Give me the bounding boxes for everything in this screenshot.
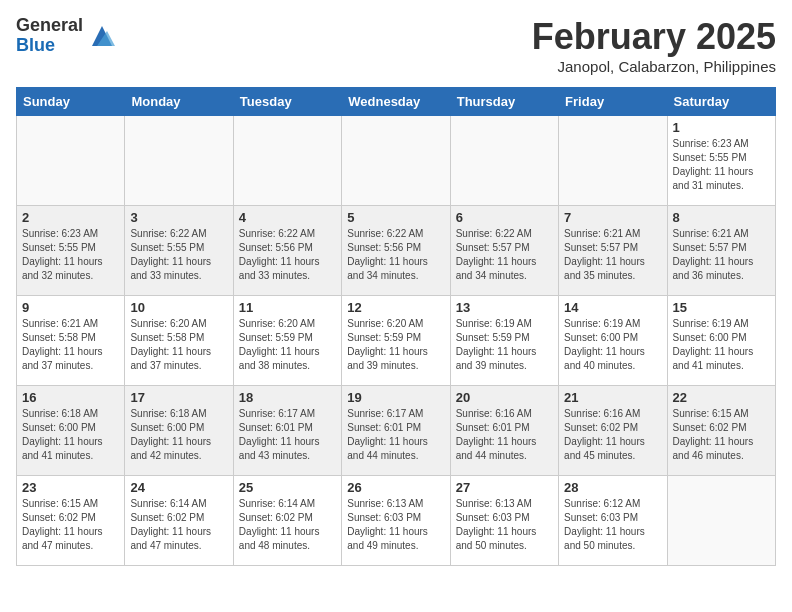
calendar-cell: 9Sunrise: 6:21 AM Sunset: 5:58 PM Daylig… <box>17 296 125 386</box>
calendar-cell: 26Sunrise: 6:13 AM Sunset: 6:03 PM Dayli… <box>342 476 450 566</box>
weekday-header-monday: Monday <box>125 88 233 116</box>
calendar-cell: 14Sunrise: 6:19 AM Sunset: 6:00 PM Dayli… <box>559 296 667 386</box>
calendar-cell: 2Sunrise: 6:23 AM Sunset: 5:55 PM Daylig… <box>17 206 125 296</box>
calendar-header-row: SundayMondayTuesdayWednesdayThursdayFrid… <box>17 88 776 116</box>
day-info: Sunrise: 6:17 AM Sunset: 6:01 PM Dayligh… <box>239 407 336 463</box>
calendar-cell: 13Sunrise: 6:19 AM Sunset: 5:59 PM Dayli… <box>450 296 558 386</box>
calendar-cell <box>233 116 341 206</box>
calendar-week-2: 2Sunrise: 6:23 AM Sunset: 5:55 PM Daylig… <box>17 206 776 296</box>
calendar-cell: 11Sunrise: 6:20 AM Sunset: 5:59 PM Dayli… <box>233 296 341 386</box>
day-info: Sunrise: 6:23 AM Sunset: 5:55 PM Dayligh… <box>673 137 770 193</box>
calendar-cell: 1Sunrise: 6:23 AM Sunset: 5:55 PM Daylig… <box>667 116 775 206</box>
calendar-cell <box>667 476 775 566</box>
calendar-cell: 6Sunrise: 6:22 AM Sunset: 5:57 PM Daylig… <box>450 206 558 296</box>
day-number: 9 <box>22 300 119 315</box>
day-number: 14 <box>564 300 661 315</box>
day-info: Sunrise: 6:16 AM Sunset: 6:01 PM Dayligh… <box>456 407 553 463</box>
day-info: Sunrise: 6:23 AM Sunset: 5:55 PM Dayligh… <box>22 227 119 283</box>
day-number: 10 <box>130 300 227 315</box>
weekday-header-wednesday: Wednesday <box>342 88 450 116</box>
weekday-header-sunday: Sunday <box>17 88 125 116</box>
day-info: Sunrise: 6:21 AM Sunset: 5:57 PM Dayligh… <box>673 227 770 283</box>
day-number: 26 <box>347 480 444 495</box>
calendar-cell <box>450 116 558 206</box>
logo-icon <box>87 21 117 51</box>
day-info: Sunrise: 6:19 AM Sunset: 5:59 PM Dayligh… <box>456 317 553 373</box>
day-number: 21 <box>564 390 661 405</box>
calendar-week-1: 1Sunrise: 6:23 AM Sunset: 5:55 PM Daylig… <box>17 116 776 206</box>
calendar-cell: 10Sunrise: 6:20 AM Sunset: 5:58 PM Dayli… <box>125 296 233 386</box>
logo: General Blue <box>16 16 117 56</box>
calendar-cell <box>125 116 233 206</box>
calendar-cell: 16Sunrise: 6:18 AM Sunset: 6:00 PM Dayli… <box>17 386 125 476</box>
calendar-cell: 19Sunrise: 6:17 AM Sunset: 6:01 PM Dayli… <box>342 386 450 476</box>
day-info: Sunrise: 6:12 AM Sunset: 6:03 PM Dayligh… <box>564 497 661 553</box>
day-info: Sunrise: 6:19 AM Sunset: 6:00 PM Dayligh… <box>564 317 661 373</box>
calendar-cell: 20Sunrise: 6:16 AM Sunset: 6:01 PM Dayli… <box>450 386 558 476</box>
day-number: 17 <box>130 390 227 405</box>
calendar-cell <box>559 116 667 206</box>
day-info: Sunrise: 6:17 AM Sunset: 6:01 PM Dayligh… <box>347 407 444 463</box>
day-number: 22 <box>673 390 770 405</box>
day-info: Sunrise: 6:16 AM Sunset: 6:02 PM Dayligh… <box>564 407 661 463</box>
day-number: 3 <box>130 210 227 225</box>
calendar-cell: 27Sunrise: 6:13 AM Sunset: 6:03 PM Dayli… <box>450 476 558 566</box>
location-text: Janopol, Calabarzon, Philippines <box>532 58 776 75</box>
day-info: Sunrise: 6:14 AM Sunset: 6:02 PM Dayligh… <box>239 497 336 553</box>
calendar-cell: 5Sunrise: 6:22 AM Sunset: 5:56 PM Daylig… <box>342 206 450 296</box>
logo-blue-text: Blue <box>16 36 83 56</box>
day-number: 24 <box>130 480 227 495</box>
calendar-cell: 28Sunrise: 6:12 AM Sunset: 6:03 PM Dayli… <box>559 476 667 566</box>
day-number: 16 <box>22 390 119 405</box>
day-info: Sunrise: 6:22 AM Sunset: 5:56 PM Dayligh… <box>347 227 444 283</box>
weekday-header-thursday: Thursday <box>450 88 558 116</box>
day-number: 28 <box>564 480 661 495</box>
weekday-header-tuesday: Tuesday <box>233 88 341 116</box>
day-info: Sunrise: 6:21 AM Sunset: 5:58 PM Dayligh… <box>22 317 119 373</box>
day-number: 13 <box>456 300 553 315</box>
logo-general-text: General <box>16 16 83 36</box>
weekday-header-saturday: Saturday <box>667 88 775 116</box>
day-number: 4 <box>239 210 336 225</box>
calendar-cell: 18Sunrise: 6:17 AM Sunset: 6:01 PM Dayli… <box>233 386 341 476</box>
calendar-cell: 23Sunrise: 6:15 AM Sunset: 6:02 PM Dayli… <box>17 476 125 566</box>
calendar-cell: 24Sunrise: 6:14 AM Sunset: 6:02 PM Dayli… <box>125 476 233 566</box>
day-number: 19 <box>347 390 444 405</box>
calendar-cell: 22Sunrise: 6:15 AM Sunset: 6:02 PM Dayli… <box>667 386 775 476</box>
day-number: 12 <box>347 300 444 315</box>
day-number: 27 <box>456 480 553 495</box>
day-number: 18 <box>239 390 336 405</box>
day-info: Sunrise: 6:18 AM Sunset: 6:00 PM Dayligh… <box>22 407 119 463</box>
day-number: 6 <box>456 210 553 225</box>
calendar-cell: 12Sunrise: 6:20 AM Sunset: 5:59 PM Dayli… <box>342 296 450 386</box>
calendar-cell: 7Sunrise: 6:21 AM Sunset: 5:57 PM Daylig… <box>559 206 667 296</box>
calendar-cell: 3Sunrise: 6:22 AM Sunset: 5:55 PM Daylig… <box>125 206 233 296</box>
calendar-week-4: 16Sunrise: 6:18 AM Sunset: 6:00 PM Dayli… <box>17 386 776 476</box>
day-number: 2 <box>22 210 119 225</box>
day-info: Sunrise: 6:15 AM Sunset: 6:02 PM Dayligh… <box>673 407 770 463</box>
day-info: Sunrise: 6:13 AM Sunset: 6:03 PM Dayligh… <box>456 497 553 553</box>
calendar-table: SundayMondayTuesdayWednesdayThursdayFrid… <box>16 87 776 566</box>
calendar-cell: 17Sunrise: 6:18 AM Sunset: 6:00 PM Dayli… <box>125 386 233 476</box>
day-number: 1 <box>673 120 770 135</box>
page-header: General Blue February 2025 Janopol, Cala… <box>16 16 776 75</box>
day-info: Sunrise: 6:22 AM Sunset: 5:55 PM Dayligh… <box>130 227 227 283</box>
day-info: Sunrise: 6:15 AM Sunset: 6:02 PM Dayligh… <box>22 497 119 553</box>
month-title: February 2025 <box>532 16 776 58</box>
calendar-cell <box>342 116 450 206</box>
day-info: Sunrise: 6:22 AM Sunset: 5:57 PM Dayligh… <box>456 227 553 283</box>
calendar-cell: 15Sunrise: 6:19 AM Sunset: 6:00 PM Dayli… <box>667 296 775 386</box>
calendar-week-3: 9Sunrise: 6:21 AM Sunset: 5:58 PM Daylig… <box>17 296 776 386</box>
title-area: February 2025 Janopol, Calabarzon, Phili… <box>532 16 776 75</box>
calendar-week-5: 23Sunrise: 6:15 AM Sunset: 6:02 PM Dayli… <box>17 476 776 566</box>
day-info: Sunrise: 6:20 AM Sunset: 5:59 PM Dayligh… <box>239 317 336 373</box>
day-number: 5 <box>347 210 444 225</box>
day-info: Sunrise: 6:14 AM Sunset: 6:02 PM Dayligh… <box>130 497 227 553</box>
calendar-cell: 4Sunrise: 6:22 AM Sunset: 5:56 PM Daylig… <box>233 206 341 296</box>
day-info: Sunrise: 6:13 AM Sunset: 6:03 PM Dayligh… <box>347 497 444 553</box>
day-info: Sunrise: 6:18 AM Sunset: 6:00 PM Dayligh… <box>130 407 227 463</box>
day-number: 23 <box>22 480 119 495</box>
calendar-cell: 8Sunrise: 6:21 AM Sunset: 5:57 PM Daylig… <box>667 206 775 296</box>
day-number: 15 <box>673 300 770 315</box>
day-number: 7 <box>564 210 661 225</box>
